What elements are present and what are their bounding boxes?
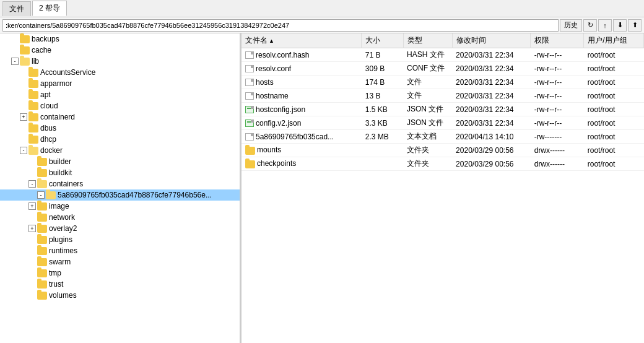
tree-item[interactable]: -docker: [0, 145, 240, 156]
folder-icon: [37, 225, 47, 233]
tree-label: network: [49, 213, 75, 222]
tree-item[interactable]: apt: [0, 89, 240, 100]
tree-item[interactable]: -containers: [0, 178, 240, 189]
table-row[interactable]: resolv.conf.hash71 BHASH 文件2020/03/31 22…: [242, 48, 644, 62]
file-permissions: -rw-r--r--: [531, 62, 584, 76]
file-permissions: -rw-r--r--: [531, 76, 584, 89]
tree-item[interactable]: volumes: [0, 290, 240, 301]
column-header-owner[interactable]: 用户/用户组: [584, 33, 644, 48]
tree-item[interactable]: dhcp: [0, 134, 240, 145]
file-size: 71 B: [362, 48, 403, 62]
folder-icon: [37, 158, 47, 166]
tree-item[interactable]: tmp: [0, 267, 240, 279]
file-name-cell: hostconfig.json: [242, 103, 362, 116]
file-permissions: -rw-r--r--: [531, 48, 584, 62]
file-owner: root/root: [584, 103, 644, 116]
table-row[interactable]: mounts文件夹2020/03/29 00:56drwx------root/…: [242, 144, 644, 157]
file-name: config.v2.json: [256, 119, 301, 128]
tree-item[interactable]: dbus: [0, 123, 240, 134]
tree-item[interactable]: trust: [0, 279, 240, 290]
tree-item[interactable]: apparmor: [0, 78, 240, 89]
table-row[interactable]: hosts174 B文件2020/03/31 22:34-rw-r--r--ro…: [242, 76, 644, 89]
column-header-modified[interactable]: 修改时间: [452, 33, 531, 48]
tab-file[interactable]: 文件: [2, 1, 31, 16]
table-row[interactable]: 5a86909765fb035cad...2.3 MB文本文档2020/04/1…: [242, 130, 644, 144]
folder-cell-icon: [245, 147, 255, 155]
file-modified: 2020/03/31 22:34: [452, 62, 531, 76]
tree-item[interactable]: +image: [0, 201, 240, 212]
download-button[interactable]: ⬇: [613, 19, 627, 32]
tree-label: dbus: [40, 124, 56, 132]
tree-item[interactable]: +overlay2: [0, 223, 240, 234]
collapse-btn[interactable]: -: [28, 180, 36, 188]
tree-label: backups: [32, 35, 59, 43]
tree-item[interactable]: cache: [0, 45, 240, 56]
tree-item[interactable]: builder: [0, 156, 240, 167]
address-bar[interactable]: [2, 19, 559, 32]
file-permissions: drwx------: [531, 157, 584, 171]
refresh-button[interactable]: ↻: [583, 19, 597, 32]
tree-label: AccountsService: [40, 68, 95, 77]
title-bar: 文件 2 帮导: [0, 0, 644, 17]
file-size: 2.3 MB: [362, 130, 403, 144]
file-modified: 2020/03/31 22:34: [452, 76, 531, 89]
up-button[interactable]: ↑: [598, 19, 612, 32]
folder-cell-icon: [245, 160, 255, 168]
table-row[interactable]: hostname13 B文件2020/03/31 22:34-rw-r--r--…: [242, 89, 644, 103]
folder-icon: [20, 35, 30, 43]
history-button[interactable]: 历史: [560, 19, 582, 32]
file-modified: 2020/04/13 14:10: [452, 130, 531, 144]
file-name-cell: hostname: [242, 89, 362, 103]
tree-item[interactable]: AccountsService: [0, 67, 240, 78]
file-type: HASH 文件: [403, 48, 452, 62]
folder-icon: [28, 113, 38, 121]
tree-label: buildkit: [49, 168, 72, 177]
file-owner: root/root: [584, 157, 644, 171]
upload-button[interactable]: ⬆: [628, 19, 642, 32]
tree-item[interactable]: buildkit: [0, 167, 240, 178]
table-row[interactable]: hostconfig.json1.5 KBJSON 文件2020/03/31 2…: [242, 103, 644, 116]
tree-label: apt: [40, 90, 51, 99]
column-header-type[interactable]: 类型: [403, 33, 452, 48]
collapse-btn[interactable]: -: [37, 191, 45, 199]
tree-label: 5a86909765fb035cad47b8876cfe77946b56e...: [58, 191, 212, 199]
column-header-name[interactable]: 文件名▲: [242, 33, 362, 48]
folder-icon: [37, 292, 47, 300]
folder-icon: [37, 247, 47, 255]
tree-item[interactable]: -5a86909765fb035cad47b8876cfe77946b56e..…: [0, 189, 240, 201]
file-icon: [245, 119, 254, 127]
table-row[interactable]: checkpoints文件夹2020/03/29 00:56drwx------…: [242, 157, 644, 171]
tree-label: tmp: [49, 269, 61, 277]
collapse-btn[interactable]: -: [20, 147, 27, 154]
tree-item[interactable]: plugins: [0, 234, 240, 245]
folder-icon: [28, 69, 38, 77]
expand-btn[interactable]: +: [28, 202, 36, 210]
file-name-cell: checkpoints: [242, 157, 362, 171]
expand-btn[interactable]: +: [20, 113, 27, 121]
column-header-size[interactable]: 大小: [362, 33, 403, 48]
table-row[interactable]: config.v2.json3.3 KBJSON 文件2020/03/31 22…: [242, 116, 644, 130]
column-header-permissions[interactable]: 权限: [531, 33, 584, 48]
tree-item[interactable]: -lib: [0, 56, 240, 67]
file-icon: [245, 79, 254, 86]
tree-item[interactable]: backups: [0, 33, 240, 45]
table-row[interactable]: resolv.conf309 BCONF 文件2020/03/31 22:34-…: [242, 62, 644, 76]
tree-label: dhcp: [40, 135, 56, 144]
file-name: mounts: [257, 145, 281, 154]
tree-item[interactable]: swarm: [0, 256, 240, 267]
file-panel: 文件名▲大小类型修改时间权限用户/用户组 resolv.conf.hash71 …: [242, 33, 644, 343]
tree-item[interactable]: runtimes: [0, 245, 240, 256]
tree-item[interactable]: +containerd: [0, 111, 240, 123]
file-name: 5a86909765fb035cad...: [256, 132, 334, 141]
expand-btn[interactable]: +: [28, 225, 36, 232]
file-owner: root/root: [584, 48, 644, 62]
tree-item[interactable]: cloud: [0, 100, 240, 111]
tab-help[interactable]: 2 帮导: [32, 1, 67, 16]
tree-label: docker: [40, 146, 63, 155]
file-size: 3.3 KB: [362, 116, 403, 130]
sort-arrow: ▲: [269, 38, 274, 44]
file-size: [362, 157, 403, 171]
collapse-btn[interactable]: -: [11, 58, 19, 65]
file-type: 文件夹: [403, 144, 452, 157]
tree-item[interactable]: network: [0, 212, 240, 223]
